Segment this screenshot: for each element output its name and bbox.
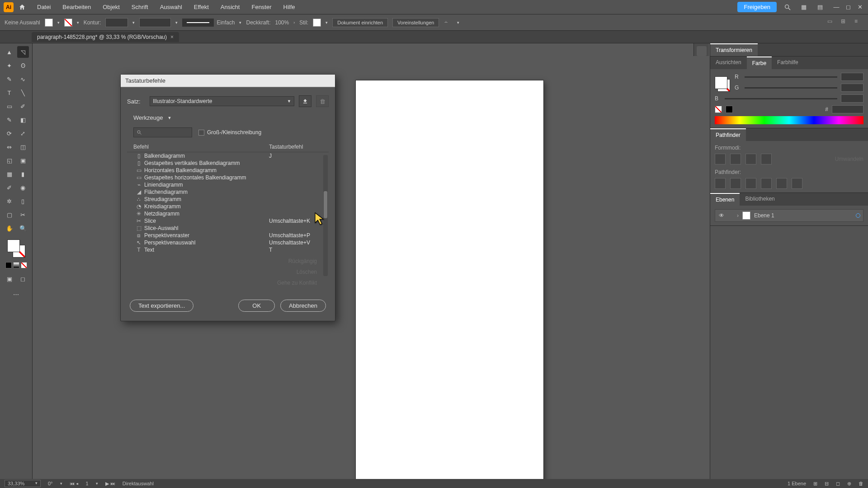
r-value[interactable] xyxy=(841,73,863,81)
set-dropdown[interactable]: Illustrator-Standardwerte ▼ xyxy=(150,96,294,106)
variable-width-profile[interactable] xyxy=(139,18,171,27)
menu-hilfe[interactable]: Hilfe xyxy=(278,2,301,12)
rotation-value[interactable]: 0° xyxy=(48,481,53,486)
lasso-tool[interactable]: ʘ xyxy=(17,60,29,71)
free-transform-tool[interactable]: ◫ xyxy=(17,141,29,153)
edit-toolbar-icon[interactable]: ⋯ xyxy=(10,288,22,300)
eyedropper-tool[interactable]: ✐ xyxy=(4,182,15,193)
type-tool[interactable]: T xyxy=(4,87,15,99)
line-tool[interactable]: ╲ xyxy=(17,87,29,99)
window-minimize-icon[interactable]: — xyxy=(832,3,841,12)
magic-wand-tool[interactable]: ✦ xyxy=(4,60,15,71)
eraser-tool[interactable]: ◧ xyxy=(17,114,29,126)
layer-row[interactable]: 👁 › Ebene 1 xyxy=(715,209,863,222)
shortcut-row[interactable]: ⧈PerspektivenrasterUmschalttaste+P xyxy=(127,232,329,239)
rectangle-tool[interactable]: ▭ xyxy=(4,100,15,112)
scale-tool[interactable]: ⤢ xyxy=(17,127,29,139)
align-to-icon[interactable]: ⫠ xyxy=(443,18,453,27)
artboard[interactable] xyxy=(356,80,543,479)
shortcut-row[interactable]: ∴Streudiagramm xyxy=(127,196,329,203)
shortcut-key[interactable]: Umschalttaste+V xyxy=(269,239,322,246)
pf-divide[interactable] xyxy=(715,178,726,189)
width-tool[interactable]: ⇔ xyxy=(4,141,15,153)
shortcut-key[interactable]: Umschalttaste+P xyxy=(269,232,322,239)
none-color-icon[interactable] xyxy=(715,106,722,113)
export-text-button[interactable]: Text exportieren... xyxy=(130,300,193,312)
pathfinder-tab[interactable]: Pathfinder xyxy=(710,128,746,141)
mode-gradient[interactable] xyxy=(13,262,19,268)
pf-unite[interactable] xyxy=(715,154,726,164)
home-icon[interactable] xyxy=(17,2,27,12)
stroke-weight-input[interactable] xyxy=(105,18,128,27)
pf-minus-back[interactable] xyxy=(792,178,802,189)
hex-value[interactable] xyxy=(832,105,863,113)
shaper-tool[interactable]: ✎ xyxy=(4,114,15,126)
pf-intersect[interactable] xyxy=(745,154,756,164)
pf-exclude[interactable] xyxy=(761,154,772,164)
artboard-tool[interactable]: ▢ xyxy=(4,209,15,221)
shortcut-key[interactable]: Umschalttaste+K xyxy=(269,218,322,224)
shortcut-row[interactable]: ▯BalkendiagrammJ xyxy=(127,152,329,160)
category-dropdown[interactable]: Werkzeuge ▼ xyxy=(133,114,171,121)
color-panel-fill[interactable] xyxy=(715,76,727,89)
menu-effekt[interactable]: Effekt xyxy=(189,2,214,12)
shortcut-row[interactable]: ⌁Liniendiagramm xyxy=(127,181,329,188)
panel-mode-icon-2[interactable]: ⊞ xyxy=(841,18,850,27)
fill-stroke-swap[interactable] xyxy=(7,239,25,258)
status-icon-2[interactable]: ⊟ xyxy=(825,481,829,487)
curvature-tool[interactable]: ∿ xyxy=(17,73,29,85)
document-setup-button[interactable]: Dokument einrichten xyxy=(332,18,388,27)
shortcut-row[interactable]: ▯Gestapeltes vertikales Balkendiagramm xyxy=(127,160,329,167)
graphic-style-swatch[interactable] xyxy=(313,19,321,27)
g-slider[interactable] xyxy=(745,87,837,89)
pf-trim[interactable] xyxy=(730,178,741,189)
menu-datei[interactable]: Datei xyxy=(32,2,56,12)
checkbox-box[interactable] xyxy=(198,130,204,136)
search-icon[interactable] xyxy=(782,2,793,13)
case-sensitive-checkbox[interactable]: Groß-/Kleinschreibung xyxy=(198,129,261,136)
status-icon-4[interactable]: ⊕ xyxy=(847,481,851,487)
hand-tool[interactable]: ✋ xyxy=(4,222,15,234)
selection-tool[interactable]: ▲ xyxy=(4,46,15,58)
shortcut-row[interactable]: ▭Gestapeltes horizontales Balkendiagramm xyxy=(127,174,329,181)
align-tab[interactable]: Ausrichten xyxy=(710,56,747,69)
window-close-icon[interactable]: ✕ xyxy=(855,3,864,12)
shortcut-row[interactable]: ◢Flächendiagramm xyxy=(127,188,329,196)
shortcut-list[interactable]: ▯BalkendiagrammJ▯Gestapeltes vertikales … xyxy=(127,152,329,253)
target-icon[interactable] xyxy=(856,213,860,218)
preferences-button[interactable]: Voreinstellungen xyxy=(392,18,439,27)
menu-schrift[interactable]: Schrift xyxy=(126,2,154,12)
document-tab[interactable]: paragraph-1485228.png* @ 33,33 % (RGB/Vo… xyxy=(32,32,179,42)
shortcut-row[interactable]: ✂SliceUmschalttaste+K xyxy=(127,217,329,225)
zoom-tool[interactable]: 🔍 xyxy=(17,222,29,234)
brush-definition[interactable] xyxy=(182,19,214,27)
blend-tool[interactable]: ◉ xyxy=(17,182,29,193)
screen-mode-full[interactable]: ◻ xyxy=(17,273,29,285)
menu-auswahl[interactable]: Auswahl xyxy=(155,2,188,12)
pf-crop[interactable] xyxy=(761,178,772,189)
workspaces-icon[interactable]: ▦ xyxy=(798,2,809,13)
fill-swatch[interactable] xyxy=(45,19,53,27)
rotate-tool[interactable]: ⟳ xyxy=(4,127,15,139)
shortcut-row[interactable]: ✳Netzdiagramm xyxy=(127,210,329,217)
g-value[interactable] xyxy=(841,84,863,92)
paintbrush-tool[interactable]: ✐ xyxy=(17,100,29,112)
layer-name[interactable]: Ebene 1 xyxy=(754,212,852,219)
status-icon-5[interactable]: 🗑 xyxy=(859,481,863,486)
shortcut-row[interactable]: ↖PerspektivenauswahlUmschalttaste+V xyxy=(127,239,329,246)
panel-menu-icon[interactable]: ≡ xyxy=(854,18,863,27)
artboard-page[interactable]: 1 xyxy=(86,481,89,486)
libraries-tab[interactable]: Bibliotheken xyxy=(740,193,780,206)
visibility-icon[interactable]: 👁 xyxy=(718,212,725,219)
close-tab-icon[interactable]: × xyxy=(170,34,174,40)
pf-merge[interactable] xyxy=(745,178,756,189)
shortcut-key[interactable]: T xyxy=(269,247,322,253)
color-panel-swap[interactable] xyxy=(715,76,730,92)
status-icon-3[interactable]: ◻ xyxy=(836,481,840,487)
list-scrollbar[interactable] xyxy=(323,155,328,276)
shortcut-row[interactable]: ▭Horizontales Balkendiagramm xyxy=(127,167,329,174)
search-input[interactable] xyxy=(133,127,192,137)
panel-mode-icon-1[interactable]: ▭ xyxy=(827,18,836,27)
arrange-docs-icon[interactable]: ▤ xyxy=(815,2,826,13)
r-slider[interactable] xyxy=(745,76,837,78)
